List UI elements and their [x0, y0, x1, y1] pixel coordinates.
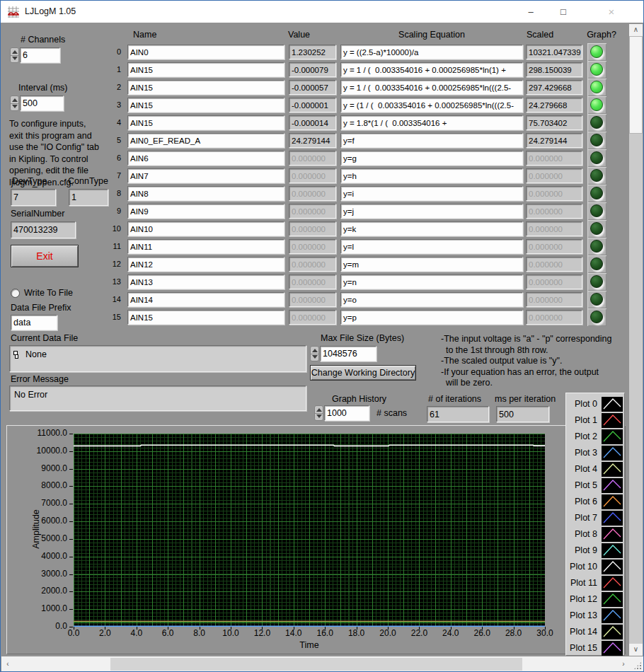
scaling-equation-field[interactable]: y=o: [340, 292, 523, 307]
scroll-right-arrow[interactable]: ›: [618, 659, 629, 670]
scroll-up-arrow[interactable]: ∧: [629, 24, 643, 36]
scaling-equation-field[interactable]: y=i: [340, 186, 523, 201]
legend-item[interactable]: Plot 6: [566, 494, 624, 510]
graph-led[interactable]: [590, 45, 603, 58]
scaling-equation-field[interactable]: y=k: [340, 221, 523, 236]
channel-name-field[interactable]: AIN8: [127, 186, 284, 201]
channel-name-field[interactable]: AIN13: [127, 274, 284, 289]
graph-led-cell[interactable]: [587, 273, 606, 291]
graph-led[interactable]: [590, 240, 603, 253]
legend-item[interactable]: Plot 9: [566, 543, 624, 559]
channel-name-field[interactable]: AIN10: [127, 221, 284, 236]
graph-led[interactable]: [590, 151, 603, 164]
legend-item[interactable]: Plot 3: [566, 446, 624, 461]
graph-history-input[interactable]: 1000: [324, 405, 369, 421]
scaling-equation-field[interactable]: y=g: [340, 151, 523, 166]
channel-name-field[interactable]: AIN11: [127, 239, 284, 254]
graph-history-stepper[interactable]: [314, 405, 323, 421]
legend-item[interactable]: Plot 7: [566, 511, 624, 526]
scaling-equation-field[interactable]: y=h: [340, 168, 523, 183]
legend-item[interactable]: Plot 1: [566, 413, 624, 429]
scroll-down-arrow[interactable]: ∨: [629, 644, 643, 656]
channel-name-field[interactable]: AIN0_EF_READ_A: [127, 133, 284, 148]
graph-led-cell[interactable]: [587, 291, 606, 308]
scaling-equation-field[interactable]: y=f: [340, 133, 523, 148]
scaling-equation-field[interactable]: y = 1 / ( 0.003354016 + 0.000256985*ln((…: [340, 80, 523, 95]
channel-name-field[interactable]: AIN6: [127, 151, 284, 166]
graph-led[interactable]: [590, 275, 603, 288]
legend-item[interactable]: Plot 4: [566, 462, 624, 477]
max-file-size-stepper[interactable]: [310, 346, 319, 361]
scroll-left-arrow[interactable]: ‹: [2, 659, 13, 670]
channels-stepper[interactable]: [10, 47, 19, 63]
channel-name-field[interactable]: AIN15: [127, 80, 284, 95]
graph-led[interactable]: [590, 311, 603, 323]
scaling-equation-field[interactable]: y=l: [340, 239, 523, 254]
change-working-directory-button[interactable]: Change Working Directory: [310, 365, 416, 381]
graph-led-cell[interactable]: [587, 220, 606, 238]
legend-item[interactable]: Plot 0: [566, 397, 624, 412]
graph-led[interactable]: [590, 169, 603, 182]
graph-led[interactable]: [590, 116, 603, 129]
channel-name-field[interactable]: AIN14: [127, 292, 284, 307]
graph-led-cell[interactable]: [587, 43, 606, 61]
graph-led-cell[interactable]: [587, 149, 606, 167]
write-to-file-radio[interactable]: [11, 289, 20, 298]
minimize-button[interactable]: –: [514, 1, 547, 23]
channel-name-field[interactable]: AIN9: [127, 204, 284, 219]
legend-item[interactable]: Plot 11: [566, 576, 624, 591]
legend-item[interactable]: Plot 14: [566, 625, 624, 640]
graph-led-cell[interactable]: [587, 255, 606, 273]
legend-item[interactable]: Plot 8: [566, 527, 624, 543]
scaling-equation-field[interactable]: y=j: [340, 204, 523, 219]
close-button[interactable]: ×: [580, 1, 643, 23]
legend-item[interactable]: Plot 12: [566, 592, 624, 608]
graph-led-cell[interactable]: [587, 132, 606, 149]
graph-led-cell[interactable]: [587, 308, 606, 326]
graph-led[interactable]: [590, 98, 603, 111]
graph-led[interactable]: [590, 293, 603, 306]
channels-input[interactable]: 6: [20, 47, 60, 63]
waveform-chart[interactable]: [74, 434, 545, 627]
scaling-equation-field[interactable]: y = 1.8*(1 / ( 0.003354016 +: [340, 115, 523, 130]
legend-item[interactable]: Plot 10: [566, 560, 624, 575]
graph-led[interactable]: [590, 63, 603, 76]
scaling-equation-field[interactable]: y = (1 / ( 0.003354016 + 0.000256985*ln(…: [340, 98, 523, 112]
graph-led[interactable]: [590, 134, 603, 146]
graph-led[interactable]: [590, 187, 603, 199]
horizontal-scrollbar-thumb[interactable]: [110, 658, 522, 671]
channel-name-field[interactable]: AIN15: [127, 115, 284, 130]
graph-led[interactable]: [590, 257, 603, 270]
graph-led-cell[interactable]: [587, 185, 606, 202]
graph-led-cell[interactable]: [587, 238, 606, 255]
scaling-equation-field[interactable]: y=n: [340, 274, 523, 289]
channel-name-field[interactable]: AIN15: [127, 310, 284, 325]
legend-item[interactable]: Plot 2: [566, 429, 624, 445]
scaling-equation-field[interactable]: y = 1 / ( 0.003354016 + 0.000256985*ln(1…: [340, 62, 523, 77]
channel-name-field[interactable]: AIN15: [127, 98, 284, 112]
channel-name-field[interactable]: AIN0: [127, 45, 284, 59]
maximize-button[interactable]: □: [547, 1, 580, 23]
graph-led[interactable]: [590, 81, 603, 93]
graph-led[interactable]: [590, 204, 603, 217]
vertical-scrollbar-thumb[interactable]: [629, 36, 643, 134]
scaling-equation-field[interactable]: y=p: [340, 310, 523, 325]
channel-name-field[interactable]: AIN15: [127, 62, 284, 77]
graph-led-cell[interactable]: [587, 167, 606, 185]
max-file-size-input[interactable]: 1048576: [320, 346, 376, 361]
graph-led-cell[interactable]: [587, 114, 606, 132]
legend-item[interactable]: Plot 5: [566, 478, 624, 494]
legend-item[interactable]: Plot 15: [566, 641, 624, 656]
exit-button[interactable]: Exit: [11, 245, 79, 267]
graph-led-cell[interactable]: [587, 79, 606, 96]
channel-name-field[interactable]: AIN12: [127, 257, 284, 272]
channel-name-field[interactable]: AIN7: [127, 168, 284, 183]
graph-led-cell[interactable]: [587, 96, 606, 114]
current-data-file-box[interactable]: None: [9, 345, 306, 372]
scaling-equation-field[interactable]: y = ((2.5-a)*10000)/a: [340, 45, 523, 59]
scaling-equation-field[interactable]: y=m: [340, 257, 523, 272]
graph-led[interactable]: [590, 222, 603, 235]
data-file-prefix-input[interactable]: data: [11, 315, 57, 330]
graph-led-cell[interactable]: [587, 61, 606, 79]
graph-led-cell[interactable]: [587, 202, 606, 220]
